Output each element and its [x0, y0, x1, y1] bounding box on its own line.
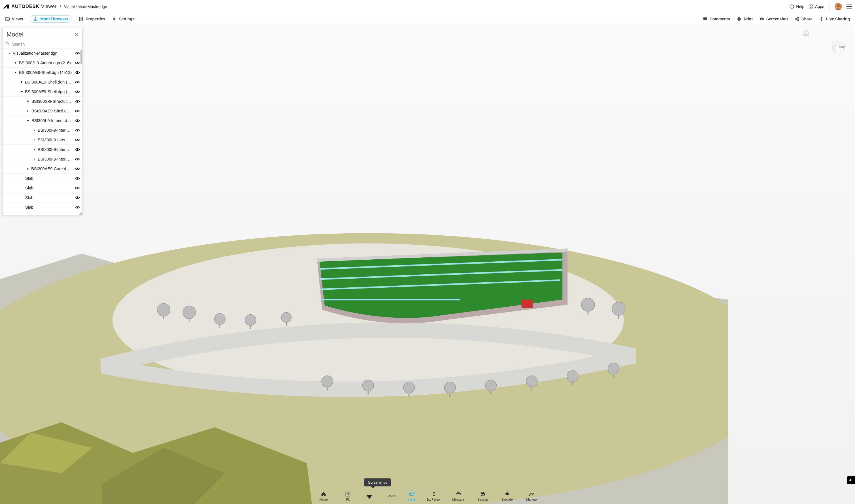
tree-caret-down-icon[interactable] — [8, 52, 11, 55]
search-input[interactable] — [12, 42, 80, 47]
breadcrumb-file[interactable]: Visualization-Master.dgn — [64, 4, 107, 9]
tree-caret-down-icon[interactable] — [27, 119, 30, 122]
hamburger-menu[interactable] — [846, 3, 852, 10]
home-view-button[interactable] — [803, 30, 810, 37]
tree-caret-right-icon[interactable] — [27, 167, 30, 170]
visibility-toggle[interactable] — [74, 176, 80, 181]
autodesk-logo[interactable]: AUTODESK Viewer — [3, 4, 57, 10]
tree-row[interactable]: BSI300AE9-Shell.dgn (22… — [3, 77, 83, 87]
tree-row[interactable]: Slab — [3, 183, 83, 193]
tool-home[interactable]: Home — [315, 491, 332, 501]
tree-row[interactable]: BSI300I-9-Interi… — [3, 135, 83, 145]
tree-caret-right-icon[interactable] — [27, 110, 30, 112]
explode-icon — [504, 491, 510, 497]
tool-explode[interactable]: Explode — [499, 491, 516, 501]
tree-caret-right-icon[interactable] — [33, 148, 36, 151]
live-sharing-icon — [819, 17, 824, 21]
settings-button[interactable]: Settings — [112, 17, 134, 21]
person-icon — [431, 491, 437, 497]
tree-caret-right-icon[interactable] — [33, 158, 36, 161]
tree-row[interactable]: BSI300I-9-Interi… — [3, 125, 83, 135]
visibility-toggle[interactable] — [74, 118, 80, 123]
svg-rect-5 — [812, 7, 813, 8]
comment-icon — [703, 17, 708, 21]
tree-row[interactable]: BSI300I-9-Interior.d… — [3, 116, 83, 125]
svg-point-68 — [526, 376, 537, 387]
tool-orbit-label: Orbit — [408, 498, 415, 501]
tree-caret-right-icon[interactable] — [33, 139, 36, 141]
tree-row[interactable]: BSI300AE9-Core.dgn… — [3, 164, 83, 174]
tree-caret-right-icon[interactable] — [14, 61, 17, 64]
visibility-toggle[interactable] — [74, 128, 80, 133]
model-tree[interactable]: Visualization-Master.dgnBSI300S-9-Atrium… — [3, 49, 83, 215]
tree-row[interactable]: BSI300I-9-Interi… — [3, 145, 83, 154]
visibility-toggle[interactable] — [74, 99, 80, 104]
help-button[interactable]: ? Help — [789, 4, 804, 9]
svg-point-99 — [347, 494, 348, 495]
tree-row[interactable]: BSI300AE9-Shell.dgn (4513) — [3, 68, 83, 77]
fit-icon — [345, 491, 351, 497]
tree-row[interactable]: BSI300S-9-Structura… — [3, 96, 83, 106]
tree-row[interactable]: BSI300AE9-Shell.dgn (22… — [3, 87, 83, 96]
tool-measure[interactable]: 123 Measure — [450, 491, 467, 501]
visibility-toggle[interactable] — [74, 60, 80, 66]
comments-button[interactable]: Comments — [703, 17, 730, 21]
feedback-button[interactable] — [847, 476, 855, 484]
visibility-toggle[interactable] — [74, 166, 80, 171]
visibility-toggle[interactable] — [74, 195, 80, 200]
tree-row[interactable]: BSI300I-9-Interi… — [3, 154, 83, 164]
tree-caret-right-icon[interactable] — [20, 81, 23, 84]
svg-point-48 — [214, 313, 226, 324]
apps-label: Apps — [815, 4, 824, 9]
header-left: AUTODESK Viewer Visualization-Master.dgn — [3, 4, 107, 10]
tree-scrollbar[interactable] — [81, 50, 82, 64]
visibility-toggle[interactable] — [74, 185, 80, 191]
live-sharing-button[interactable]: Live Sharing — [819, 17, 850, 21]
visibility-toggle[interactable] — [74, 51, 80, 56]
tool-markup[interactable]: Markup — [523, 491, 540, 501]
tree-item-label: Slab — [25, 186, 33, 190]
print-button[interactable]: Print — [737, 17, 753, 21]
views-button[interactable]: Views — [5, 17, 23, 21]
tree-caret-down-icon[interactable] — [14, 71, 17, 74]
tree-caret-down-icon[interactable] — [20, 90, 23, 93]
panel-close-button[interactable] — [74, 32, 78, 38]
user-avatar[interactable] — [835, 3, 842, 10]
share-button[interactable]: Share — [795, 17, 813, 21]
visibility-toggle[interactable] — [74, 70, 80, 75]
visibility-toggle[interactable] — [74, 157, 80, 162]
visibility-toggle[interactable] — [74, 137, 80, 142]
apps-button[interactable]: Apps — [808, 4, 824, 9]
visibility-toggle[interactable] — [74, 147, 80, 152]
svg-point-79 — [77, 52, 78, 54]
tree-caret-right-icon[interactable] — [33, 129, 36, 132]
viewport-3d[interactable] — [0, 25, 855, 504]
visibility-toggle[interactable] — [74, 89, 80, 94]
panel-title: Model — [6, 31, 23, 38]
tool-fit[interactable]: Fit — [339, 491, 356, 501]
visibility-toggle[interactable] — [74, 79, 80, 85]
tree-row[interactable]: Slab — [3, 193, 83, 202]
visibility-toggle[interactable] — [74, 205, 80, 210]
tree-row[interactable]: BSI300AE9-Shell.dg… — [3, 106, 83, 116]
tree-row[interactable]: Slab — [3, 202, 83, 212]
view-cube[interactable]: FRONT — [827, 36, 846, 55]
tool-orbit[interactable]: Orbit — [405, 490, 418, 502]
tool-first-person[interactable]: 1st Person — [425, 491, 442, 501]
tree-row[interactable]: Slab — [3, 174, 83, 183]
tool-section[interactable]: Section — [474, 491, 491, 501]
model-browser-button[interactable]: Model browser — [30, 15, 72, 23]
screenshot-button[interactable]: Screenshot — [760, 17, 788, 21]
panel-header[interactable]: Model — [3, 28, 83, 40]
tree-row[interactable]: Visualization-Master.dgn — [3, 49, 83, 58]
tree-caret-right-icon[interactable] — [27, 100, 30, 103]
visibility-toggle[interactable] — [74, 108, 80, 113]
tool-pan[interactable]: Pan — [364, 494, 375, 498]
properties-button[interactable]: Properties — [79, 17, 105, 21]
svg-rect-24 — [761, 18, 762, 18]
svg-point-12 — [35, 20, 37, 21]
tool-zoom[interactable]: Zoom — [386, 494, 398, 498]
tree-row[interactable]: BSI300S-9-Atrium.dgn (216) — [3, 58, 83, 68]
panel-resize-handle[interactable] — [79, 212, 82, 215]
orbit-icon — [408, 491, 415, 498]
